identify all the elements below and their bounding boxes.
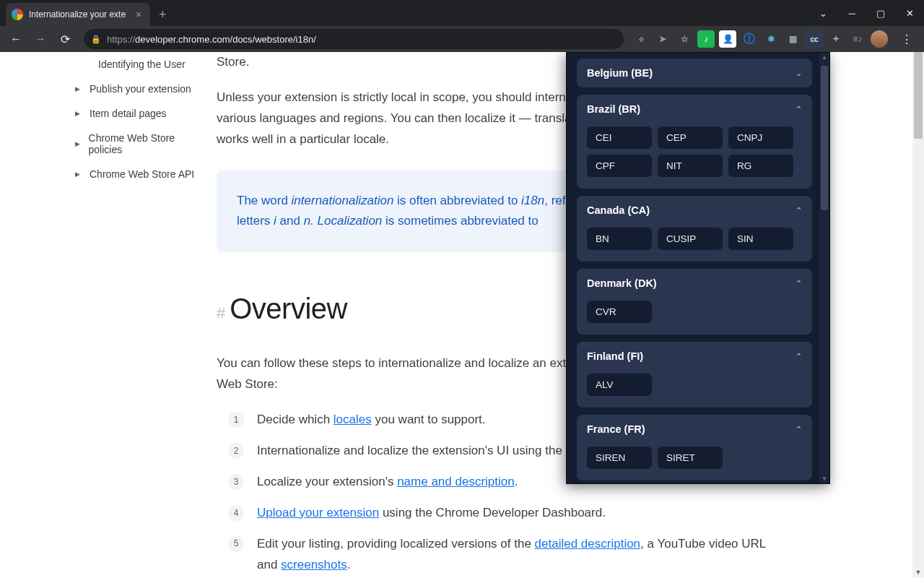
scroll-up-arrow[interactable]: ▲ xyxy=(819,54,829,61)
minimize-button[interactable]: ─ xyxy=(837,0,866,26)
id-type-chip[interactable]: CNPJ xyxy=(728,126,793,149)
lock-icon: 🔒 xyxy=(91,35,101,44)
anchor-hash-icon[interactable]: # xyxy=(217,300,225,327)
id-type-chip[interactable]: CEI xyxy=(587,126,652,149)
id-type-chip[interactable]: NIT xyxy=(658,155,723,177)
chevron-right-icon: ▶ xyxy=(75,85,84,92)
scroll-down-arrow[interactable]: ▼ xyxy=(912,566,924,578)
chevron-up-icon: ⌃ xyxy=(796,279,802,288)
new-tab-button[interactable]: + xyxy=(150,3,175,26)
country-title: Belgium (BE) xyxy=(587,67,653,79)
caret-down-icon[interactable]: ⌄ xyxy=(808,0,837,26)
link-locales[interactable]: locales xyxy=(334,413,372,426)
id-type-chip[interactable]: RG xyxy=(728,155,793,177)
bookmark-star-icon[interactable]: ☆ xyxy=(676,30,693,48)
chevron-down-icon: ⌄ xyxy=(796,69,802,78)
reading-list-icon[interactable]: ≡♪ xyxy=(849,30,866,48)
ext-music-icon[interactable]: ♪ xyxy=(697,30,715,48)
chevron-up-icon: ⌃ xyxy=(796,206,802,215)
popup-scrollbar[interactable]: ▲ ▼ xyxy=(819,53,829,483)
page-viewport: Identifying the User ▶Publish your exten… xyxy=(0,52,924,578)
chevron-right-icon: ▶ xyxy=(75,140,83,147)
chips-row: SIRENSIRET xyxy=(577,444,812,480)
chips-row: ALV xyxy=(577,371,812,407)
country-group: Brazil (BR)⌃CEICEPCNPJCPFNITRG xyxy=(577,95,812,189)
country-group: Belgium (BE)⌄ xyxy=(577,59,812,87)
forward-button[interactable]: → xyxy=(30,29,51,49)
link-screenshots[interactable]: screenshots xyxy=(281,558,347,571)
id-type-chip[interactable]: CPF xyxy=(587,155,652,177)
step-5: 5Edit your listing, providing localized … xyxy=(228,534,780,576)
scrollbar-thumb[interactable] xyxy=(821,66,828,210)
maximize-button[interactable]: ▢ xyxy=(866,0,895,26)
country-group: Denmark (DK)⌃CVR xyxy=(577,269,812,335)
country-group-header[interactable]: Belgium (BE)⌄ xyxy=(577,59,812,87)
translate-icon[interactable]: ⟐ xyxy=(632,30,650,48)
chevron-up-icon: ⌃ xyxy=(796,352,802,361)
country-group-header[interactable]: Finland (FI)⌃ xyxy=(577,342,812,371)
send-icon[interactable]: ➤ xyxy=(654,30,671,48)
country-group: Canada (CA)⌃BNCUSIPSIN xyxy=(577,196,812,262)
scroll-down-arrow[interactable]: ▼ xyxy=(819,475,829,482)
ext-info-icon[interactable]: ⓘ xyxy=(741,30,758,48)
link-detailed-desc[interactable]: detailed description xyxy=(535,537,640,551)
id-type-chip[interactable]: BN xyxy=(587,228,652,250)
country-group-header[interactable]: Brazil (BR)⌃ xyxy=(577,95,812,124)
id-type-chip[interactable]: CVR xyxy=(587,301,652,323)
id-type-chip[interactable]: ALV xyxy=(587,374,652,396)
chips-row: BNCUSIPSIN xyxy=(577,225,812,262)
scrollbar-thumb[interactable] xyxy=(914,52,923,139)
extensions-puzzle-icon[interactable]: ✦ xyxy=(827,30,845,48)
id-type-chip[interactable]: CEP xyxy=(658,126,723,149)
url-text: https://developer.chrome.com/docs/websto… xyxy=(107,34,316,45)
close-window-button[interactable]: ✕ xyxy=(895,0,924,26)
window-controls: ⌄ ─ ▢ ✕ xyxy=(808,0,924,26)
country-title: France (FR) xyxy=(587,423,645,435)
tab-title: Internationalize your exte xyxy=(29,9,128,20)
profile-avatar[interactable] xyxy=(871,30,888,48)
chevron-up-icon: ⌃ xyxy=(796,425,802,434)
chips-row: CEICEPCNPJCPFNITRG xyxy=(577,124,812,189)
extension-popup: Belgium (BE)⌄Brazil (BR)⌃CEICEPCNPJCPFNI… xyxy=(566,52,830,484)
country-group-header[interactable]: Denmark (DK)⌃ xyxy=(577,269,812,298)
chips-row: CVR xyxy=(577,298,812,335)
browser-tab[interactable]: Internationalize your exte × xyxy=(6,3,150,26)
country-group-header[interactable]: France (FR)⌃ xyxy=(577,415,812,444)
country-title: Brazil (BR) xyxy=(587,103,640,115)
tab-strip: Internationalize your exte × + ⌄ ─ ▢ ✕ xyxy=(0,0,924,26)
link-upload[interactable]: Upload your extension xyxy=(257,506,379,519)
id-type-chip[interactable]: SIREN xyxy=(587,447,652,469)
ext-cc-icon[interactable]: cc xyxy=(806,30,823,48)
country-group: France (FR)⌃SIRENSIRET xyxy=(577,415,812,480)
chrome-favicon xyxy=(12,9,23,20)
sidebar-item-api[interactable]: ▶Chrome Web Store API xyxy=(0,162,205,186)
sidebar-item-identifying-user[interactable]: Identifying the User xyxy=(0,52,205,77)
chevron-up-icon: ⌃ xyxy=(796,105,802,114)
sidebar-item-publish[interactable]: ▶Publish your extension xyxy=(0,77,205,101)
link-name-desc[interactable]: name and description xyxy=(397,475,515,488)
id-type-chip[interactable]: CUSIP xyxy=(658,228,723,250)
country-group-header[interactable]: Canada (CA)⌃ xyxy=(577,196,812,225)
chrome-menu-button[interactable]: ⋮ xyxy=(895,33,918,46)
ext-react-icon[interactable]: ⚛ xyxy=(762,30,780,48)
back-button[interactable]: ← xyxy=(6,29,26,49)
extension-icons: ⟐ ➤ ☆ ♪ 👤 ⓘ ⚛ ▦ cc ✦ ≡♪ xyxy=(632,30,888,48)
sidebar-item-policies[interactable]: ▶Chrome Web Store policies xyxy=(0,126,205,162)
chevron-right-icon: ▶ xyxy=(75,171,84,178)
ext-grid-icon[interactable]: ▦ xyxy=(784,30,801,48)
tab-close-button[interactable]: × xyxy=(133,9,144,20)
browser-toolbar: ← → ⟳ 🔒 https://developer.chrome.com/doc… xyxy=(0,26,924,52)
step-4: 4Upload your extension using the Chrome … xyxy=(228,503,780,524)
id-type-chip[interactable]: SIRET xyxy=(658,447,723,469)
sidebar-item-detail-pages[interactable]: ▶Item detail pages xyxy=(0,101,205,126)
country-title: Denmark (DK) xyxy=(587,277,657,289)
ext-a-icon[interactable]: 👤 xyxy=(719,30,736,48)
id-type-chip[interactable]: SIN xyxy=(728,228,793,250)
country-group: Finland (FI)⌃ALV xyxy=(577,342,812,407)
address-bar[interactable]: 🔒 https://developer.chrome.com/docs/webs… xyxy=(84,29,624,49)
docs-sidebar: Identifying the User ▶Publish your exten… xyxy=(0,52,217,578)
page-scrollbar[interactable]: ▲ ▼ xyxy=(912,52,924,578)
country-title: Canada (CA) xyxy=(587,204,650,216)
reload-button[interactable]: ⟳ xyxy=(55,29,75,49)
chevron-right-icon: ▶ xyxy=(75,110,84,117)
